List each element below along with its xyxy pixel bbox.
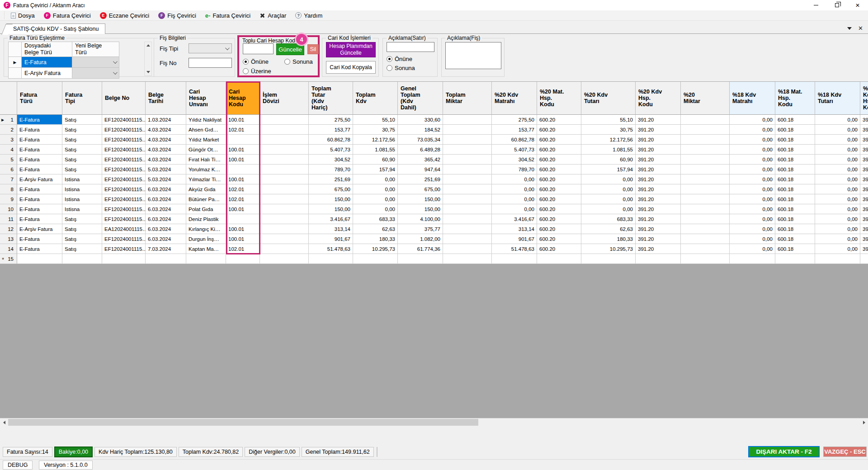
grid-cell[interactable] bbox=[62, 254, 102, 264]
grid-cell[interactable]: 600.18 bbox=[775, 214, 815, 224]
grid-cell[interactable] bbox=[309, 254, 353, 264]
grid-cell[interactable]: 6.03.2024 bbox=[146, 184, 186, 194]
grid-cell[interactable]: 391.18 bbox=[860, 174, 868, 184]
grid-cell[interactable]: 60.862,78 bbox=[492, 135, 537, 145]
grid-cell[interactable]: 0,00 bbox=[492, 204, 537, 214]
grid-corner-header[interactable] bbox=[0, 82, 17, 115]
grid-cell[interactable]: EF12024001115… bbox=[102, 125, 146, 135]
tab-list-dropdown-icon[interactable] bbox=[847, 27, 852, 30]
grid-cell[interactable]: 600.20 bbox=[537, 184, 581, 194]
grid-cell[interactable] bbox=[443, 254, 492, 264]
grid-cell[interactable]: 600.20 bbox=[537, 224, 581, 234]
grid-cell[interactable]: 0,00 bbox=[730, 164, 775, 174]
grid-cell[interactable]: E-Arşiv Fatura bbox=[17, 174, 62, 184]
grid-cell[interactable] bbox=[443, 184, 492, 194]
grid-cell[interactable]: E-Fatura bbox=[17, 125, 62, 135]
grid-cell[interactable]: 5.407,73 bbox=[492, 145, 537, 155]
grid-cell[interactable]: 0,00 bbox=[730, 224, 775, 234]
grid-cell[interactable]: 391.18 bbox=[860, 224, 868, 234]
grid-cell[interactable]: EA12024001115… bbox=[102, 224, 146, 234]
grid-cell[interactable]: 313,14 bbox=[309, 224, 353, 234]
grid-cell[interactable]: 600.18 bbox=[775, 224, 815, 234]
scroll-up-button[interactable] bbox=[145, 42, 151, 49]
grid-cell[interactable]: 275,50 bbox=[492, 115, 537, 125]
grid-cell[interactable] bbox=[443, 164, 492, 174]
grid-cell[interactable]: 391.18 bbox=[860, 234, 868, 244]
grid-cell[interactable]: 1.081,55 bbox=[353, 145, 398, 155]
toplu-cari-kod-input[interactable] bbox=[243, 43, 274, 54]
grid-cell[interactable]: E-Fatura bbox=[17, 244, 62, 254]
grid-cell[interactable]: 0,00 bbox=[581, 174, 636, 184]
column-header[interactable]: %18 Kdv Hsp. Kodu bbox=[860, 82, 868, 115]
grid-cell[interactable]: 600.20 bbox=[537, 174, 581, 184]
grid-cell[interactable]: 391.20 bbox=[636, 115, 681, 125]
grid-cell[interactable] bbox=[815, 254, 860, 264]
grid-cell[interactable]: 102.01 bbox=[226, 194, 260, 204]
grid-cell[interactable] bbox=[226, 164, 260, 174]
grid-cell[interactable]: Deniz Plastik bbox=[186, 214, 226, 224]
grid-cell[interactable] bbox=[443, 135, 492, 145]
grid-cell[interactable]: 0,00 bbox=[815, 244, 860, 254]
column-header[interactable]: %20 Mat. Hsp. Kodu bbox=[537, 82, 581, 115]
grid-cell[interactable]: 0,00 bbox=[492, 184, 537, 194]
grid-cell[interactable] bbox=[443, 174, 492, 184]
grid-cell[interactable]: 60,90 bbox=[353, 155, 398, 164]
grid-cell[interactable]: 0,00 bbox=[730, 145, 775, 155]
grid-cell[interactable] bbox=[681, 125, 730, 135]
grid-cell[interactable]: 0,00 bbox=[730, 234, 775, 244]
radio-onune[interactable]: Önüne bbox=[243, 58, 269, 65]
column-header[interactable]: Cari Hesap Kodu bbox=[226, 82, 260, 115]
menu-item-fatura-evirici[interactable]: FFatura Çevirici bbox=[39, 10, 95, 20]
grid-cell[interactable]: EF12024001115… bbox=[102, 194, 146, 204]
grid-cell[interactable]: 391.20 bbox=[636, 135, 681, 145]
grid-cell[interactable]: 600.18 bbox=[775, 184, 815, 194]
grid-cell[interactable]: Satış bbox=[62, 115, 102, 125]
grid-cell[interactable]: 0,00 bbox=[730, 125, 775, 135]
scrollbar-thumb[interactable] bbox=[8, 419, 478, 426]
column-header[interactable]: Toplam Tutar (Kdv Hariç) bbox=[309, 82, 353, 115]
grid-cell[interactable]: 600.20 bbox=[537, 115, 581, 125]
menu-item-fatura-evirici[interactable]: e-Fatura Çevirici bbox=[201, 10, 255, 20]
grid-cell[interactable]: EF12024001115… bbox=[102, 174, 146, 184]
grid-cell[interactable] bbox=[260, 244, 309, 254]
grid-cell[interactable]: 0,00 bbox=[492, 174, 537, 184]
grid-cell[interactable]: 600.20 bbox=[537, 164, 581, 174]
row-header[interactable]: ▶1 bbox=[0, 115, 17, 125]
grid-cell[interactable]: 0,00 bbox=[815, 155, 860, 164]
grid-cell[interactable]: 901,67 bbox=[309, 234, 353, 244]
grid-cell[interactable] bbox=[681, 224, 730, 234]
grid-cell[interactable]: 391.18 bbox=[860, 164, 868, 174]
grid-cell[interactable]: 0,00 bbox=[730, 135, 775, 145]
grid-cell[interactable]: 6.03.2024 bbox=[146, 224, 186, 234]
grid-cell[interactable]: 73.035,34 bbox=[398, 135, 443, 145]
row-header[interactable]: 9 bbox=[0, 194, 17, 204]
grid-cell[interactable]: 1.081,55 bbox=[581, 145, 636, 155]
grid-cell[interactable]: 275,50 bbox=[309, 115, 353, 125]
grid-cell[interactable] bbox=[681, 115, 730, 125]
grid-cell[interactable]: E-Fatura bbox=[17, 115, 62, 125]
column-header[interactable]: %20 Kdv Hsp. Kodu bbox=[636, 82, 681, 115]
grid-cell[interactable] bbox=[353, 254, 398, 264]
grid-cell[interactable]: Satış bbox=[62, 125, 102, 135]
grid-cell[interactable]: 0,00 bbox=[730, 244, 775, 254]
grid-cell[interactable] bbox=[443, 125, 492, 135]
grid-cell[interactable]: Satış bbox=[62, 155, 102, 164]
grid-cell[interactable]: 10.295,73 bbox=[353, 244, 398, 254]
grid-cell[interactable]: 391.18 bbox=[860, 184, 868, 194]
grid-cell[interactable]: 251,69 bbox=[309, 174, 353, 184]
grid-cell[interactable] bbox=[443, 204, 492, 214]
grid-cell[interactable]: 375,77 bbox=[398, 224, 443, 234]
grid-cell[interactable] bbox=[260, 135, 309, 145]
column-header[interactable]: Toplam Miktar bbox=[443, 82, 492, 115]
radio-uzerine[interactable]: Üzerine bbox=[243, 68, 271, 75]
menu-item-fi-evirici[interactable]: FFiş Çevirici bbox=[154, 10, 201, 20]
grid-cell[interactable]: 391.20 bbox=[636, 174, 681, 184]
grid-cell[interactable]: EF12024001115… bbox=[102, 214, 146, 224]
grid-cell[interactable]: Kaptan Ma… bbox=[186, 244, 226, 254]
grid-cell[interactable] bbox=[681, 254, 730, 264]
grid-cell[interactable]: E-Fatura bbox=[17, 194, 62, 204]
column-header[interactable]: %20 Kdv Matrahı bbox=[492, 82, 537, 115]
grid-cell[interactable]: Satış bbox=[62, 214, 102, 224]
column-header[interactable]: %18 Kdv Tutarı bbox=[815, 82, 860, 115]
grid-cell[interactable]: 4.03.2024 bbox=[146, 125, 186, 135]
